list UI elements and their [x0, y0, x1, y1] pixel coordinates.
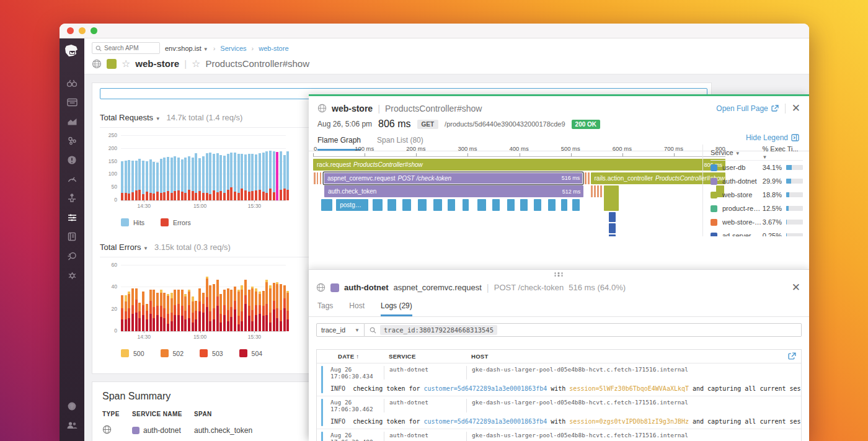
sidebar-item-security[interactable] — [60, 265, 84, 285]
sidebar-item-metrics[interactable] — [60, 112, 84, 131]
sidebar-item-help[interactable]: ? — [60, 396, 84, 416]
log-row[interactable]: Aug 26 17:06:30.462auth-dotnetgke-dash-u… — [317, 396, 801, 429]
flame-span[interactable] — [418, 199, 427, 211]
flame-span[interactable] — [477, 199, 486, 211]
sidebar-item-integrations[interactable] — [60, 189, 84, 208]
log-row[interactable]: Aug 26 17:06:30.489auth-dotnetgke-dash-u… — [317, 429, 801, 441]
legend-service-row[interactable]: ad-server 0.25% — [711, 229, 803, 236]
legend-item[interactable]: Errors — [161, 218, 191, 226]
close-window-button[interactable] — [67, 27, 74, 34]
total-requests-chart[interactable]: 14:3015:0015:30250200150100500 — [100, 135, 286, 212]
flame-span[interactable] — [604, 185, 619, 211]
flame-span[interactable] — [373, 199, 383, 211]
minimize-window-button[interactable] — [79, 27, 86, 34]
panel-drag-handle-icon[interactable] — [554, 272, 564, 277]
search-apm-input[interactable] — [104, 45, 148, 51]
flame-span[interactable] — [321, 199, 332, 211]
flame-span[interactable] — [534, 199, 541, 211]
sidebar-item-apm[interactable] — [60, 169, 84, 189]
breadcrumb-service-link[interactable]: web-store — [259, 45, 288, 52]
sidebar-item-infrastructure[interactable] — [60, 131, 84, 150]
legend-service-row[interactable]: user-db 34.1% — [711, 161, 803, 174]
total-errors-title[interactable]: Total Errors ▼ — [100, 243, 148, 252]
legend-col-service[interactable]: Service ▼ — [711, 149, 762, 156]
legend-item[interactable]: Hits — [121, 218, 144, 226]
sidebar-item-synthetics[interactable] — [60, 246, 84, 265]
log-level-stripe — [321, 366, 323, 393]
sidebar-item-dashboards[interactable] — [60, 92, 84, 112]
flame-span[interactable] — [520, 199, 528, 211]
span-duration: 516 ms (64.0%) — [569, 283, 626, 292]
total-errors-summary: 3.15k total (0.3 req/s) — [154, 243, 231, 252]
col-type[interactable]: TYPE — [102, 411, 132, 417]
flame-span-group[interactable] — [585, 172, 590, 184]
close-span-panel-button[interactable]: ✕ — [792, 281, 800, 294]
service-name: web-store — [135, 58, 179, 69]
flame-span[interactable]: auth.check_token512 ms — [324, 185, 583, 197]
flame-span[interactable]: aspnet_coremvc.requestPOST /check-token5… — [324, 172, 583, 184]
sidebar-item-monitors[interactable] — [60, 150, 84, 169]
flame-span[interactable] — [548, 199, 556, 211]
sidebar-item-watchdog[interactable] — [60, 73, 84, 92]
legend-service-row[interactable]: auth-dotnet 29.9% — [711, 174, 803, 188]
env-selector[interactable]: env:shop.ist ▼ — [165, 45, 208, 52]
flame-span[interactable] — [463, 199, 469, 211]
sidebar-item-logs[interactable] — [60, 208, 84, 227]
log-search-input[interactable]: trace_id:3801792284668313545 — [365, 323, 802, 337]
logs-col-date[interactable]: DATE ↑ — [317, 353, 384, 360]
logs-col-service[interactable]: SERVICE — [384, 353, 466, 360]
close-trace-panel-button[interactable]: ✕ — [792, 102, 800, 115]
search-query-chip[interactable]: trace_id:3801792284668313545 — [380, 325, 497, 335]
log-row[interactable]: Aug 26 17:06:30.434auth-dotnetgke-dash-u… — [317, 363, 801, 396]
flame-graph-ruler: 0100 ms200 ms300 ms400 ms500 ms600 ms700… — [313, 145, 725, 157]
flame-span[interactable]: postg… — [336, 199, 368, 211]
service-color-chip — [132, 427, 140, 434]
flame-span[interactable] — [448, 199, 455, 211]
hide-legend-link[interactable]: Hide Legend — [746, 133, 799, 142]
favorite-star-icon[interactable]: ☆ — [122, 59, 130, 69]
flame-span[interactable] — [492, 199, 500, 211]
open-logs-external-icon[interactable] — [788, 352, 796, 362]
flame-span-group[interactable] — [591, 185, 603, 197]
flame-graph[interactable]: 0100 ms200 ms300 ms400 ms500 ms600 ms700… — [313, 145, 725, 236]
sidebar-item-users[interactable] — [60, 416, 84, 435]
flame-span[interactable] — [507, 199, 515, 211]
legend-item[interactable]: 502 — [161, 349, 184, 357]
globe-icon — [317, 104, 327, 113]
globe-icon — [102, 425, 112, 434]
logs-col-host[interactable]: HOST — [466, 353, 489, 360]
tab-logs[interactable]: Logs (29) — [381, 301, 412, 316]
breadcrumb-services-link[interactable]: Services — [220, 45, 246, 52]
flame-span[interactable] — [402, 199, 411, 211]
legend-service-row[interactable]: product-recom... 12.5% — [711, 202, 803, 215]
favorite-star-icon[interactable]: ☆ — [192, 59, 200, 69]
log-field-selector[interactable]: trace_id▼ — [316, 323, 365, 337]
legend-item[interactable]: 504 — [239, 349, 263, 357]
globe-icon — [92, 59, 102, 69]
legend-service-row[interactable]: web-store 18.8% — [711, 188, 803, 202]
flame-span-group[interactable] — [314, 172, 323, 184]
flame-span[interactable] — [572, 199, 580, 211]
legend-service-row[interactable]: web-store-mon... 3.67% — [711, 215, 803, 229]
total-errors-chart[interactable]: 14:3015:0015:306040200 — [100, 265, 286, 343]
flame-span[interactable] — [388, 199, 396, 211]
tab-tags[interactable]: Tags — [317, 301, 333, 316]
search-apm-box[interactable] — [92, 42, 160, 54]
col-span[interactable]: SPAN — [194, 411, 212, 417]
flame-span[interactable]: rack.requestProductsController#show806 m… — [313, 159, 725, 171]
tab-host[interactable]: Host — [349, 301, 365, 316]
status-code-badge: 200 OK — [572, 120, 600, 129]
legend-item[interactable]: 500 — [121, 349, 144, 357]
legend-col-exec-time[interactable]: % Exec Ti... ▼ — [762, 145, 803, 160]
zoom-window-button[interactable] — [91, 27, 97, 34]
sidebar-item-notebooks[interactable] — [60, 227, 84, 246]
legend-item[interactable]: 503 — [200, 349, 223, 357]
flame-span-stack[interactable] — [609, 212, 616, 236]
col-service-name[interactable]: SERVICE NAME — [132, 411, 194, 417]
flame-span[interactable] — [433, 199, 442, 211]
flame-span[interactable] — [561, 199, 567, 211]
span-service-name: auth-dotnet — [344, 283, 388, 292]
datadog-logo-icon[interactable] — [63, 43, 81, 65]
total-requests-title[interactable]: Total Requests ▼ — [100, 113, 161, 122]
open-full-page-link[interactable]: Open Full Page — [716, 104, 778, 113]
